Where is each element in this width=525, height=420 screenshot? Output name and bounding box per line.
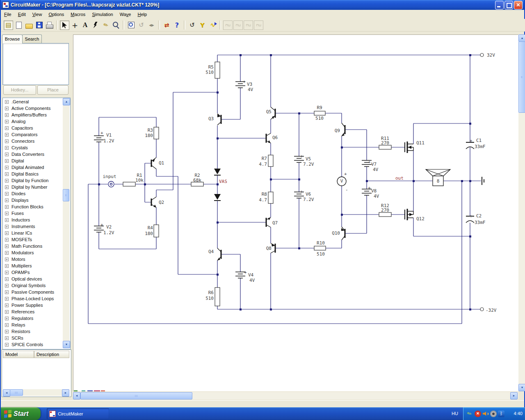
tree-item-power-supplies[interactable]: +Power Supplies bbox=[3, 302, 70, 309]
tree-item--general[interactable]: +.General bbox=[3, 99, 70, 105]
expand-icon[interactable]: + bbox=[5, 225, 9, 228]
volume-icon[interactable] bbox=[482, 411, 489, 417]
tree-item-regulators[interactable]: +Regulators bbox=[3, 315, 70, 322]
schematic-workspace[interactable]: inputR110kR268kVASout+V11.2V+V21.2VR3180… bbox=[73, 34, 518, 391]
tree-item-original-symbols[interactable]: +Original Symbols bbox=[3, 283, 70, 289]
scope-c-icon[interactable] bbox=[244, 21, 253, 30]
scroll-right-icon[interactable]: ► bbox=[510, 392, 518, 399]
rotate-icon[interactable] bbox=[137, 21, 146, 30]
expand-icon[interactable]: + bbox=[5, 192, 9, 196]
print-icon[interactable] bbox=[45, 21, 54, 30]
save-icon[interactable] bbox=[34, 21, 44, 30]
start-button[interactable]: Start bbox=[1, 407, 41, 420]
expand-icon[interactable]: + bbox=[5, 146, 9, 150]
expand-icon[interactable]: + bbox=[5, 139, 9, 143]
speaker-symbol[interactable] bbox=[426, 169, 450, 186]
scroll-up-icon[interactable]: ▲ bbox=[518, 34, 525, 42]
model-scroll-left-icon[interactable]: ◄ bbox=[3, 389, 10, 397]
tree-item-capacitors[interactable]: +Capacitors bbox=[3, 125, 70, 132]
security-alert-icon[interactable]: ✕ bbox=[475, 411, 481, 417]
tree-item-connectors[interactable]: +Connectors bbox=[3, 138, 70, 145]
tree-item-phase-locked-loops[interactable]: +Phase-Locked Loops bbox=[3, 296, 70, 302]
tree-item-data-converters[interactable]: +Data Converters bbox=[3, 151, 70, 158]
tree-item-instruments[interactable]: +Instruments bbox=[3, 224, 70, 230]
tree-item-analog[interactable]: +Analog bbox=[3, 119, 70, 125]
tab-search[interactable]: Search bbox=[22, 34, 42, 43]
text-tool-icon[interactable] bbox=[80, 21, 90, 30]
close-button[interactable]: ✕ bbox=[514, 1, 523, 9]
tree-item-resistors[interactable]: +Resistors bbox=[3, 329, 70, 335]
horizontal-scrollbar[interactable]: ◄ ||| ► bbox=[73, 392, 518, 399]
tree-item-digital-basics[interactable]: +Digital Basics bbox=[3, 171, 70, 178]
expand-icon[interactable]: + bbox=[5, 336, 9, 340]
model-column-header[interactable]: Model bbox=[3, 351, 34, 358]
menu-macros[interactable]: Macros bbox=[67, 11, 89, 18]
expand-icon[interactable]: + bbox=[5, 199, 9, 202]
expand-icon[interactable]: + bbox=[5, 271, 9, 274]
model-scrollbar[interactable]: ◄ ||| ► bbox=[3, 389, 69, 396]
expand-icon[interactable]: + bbox=[5, 133, 9, 137]
tree-item-mosfets[interactable]: +MOSFETs bbox=[3, 237, 70, 243]
tree-item-diodes[interactable]: +Diodes bbox=[3, 191, 70, 197]
model-scroll-right-icon[interactable]: ► bbox=[62, 389, 69, 397]
menu-view[interactable]: View bbox=[29, 11, 46, 18]
menu-options[interactable]: Options bbox=[45, 11, 67, 18]
expand-icon[interactable]: + bbox=[5, 244, 9, 248]
tree-scroll-down-icon[interactable]: ▼ bbox=[63, 341, 70, 348]
cursor-tool-icon[interactable] bbox=[60, 21, 69, 30]
expand-icon[interactable]: + bbox=[5, 317, 9, 320]
expand-icon[interactable]: + bbox=[5, 330, 9, 333]
webcam-icon[interactable] bbox=[490, 411, 497, 417]
expand-icon[interactable]: + bbox=[5, 297, 9, 301]
expand-icon[interactable]: + bbox=[5, 258, 9, 261]
expand-icon[interactable]: + bbox=[5, 251, 9, 255]
minimize-button[interactable] bbox=[495, 1, 504, 9]
schematic-drawing[interactable] bbox=[73, 35, 519, 392]
expand-icon[interactable]: + bbox=[5, 218, 9, 222]
hotkey-button[interactable]: Hotkey... bbox=[3, 85, 36, 95]
scope-b-icon[interactable] bbox=[233, 21, 243, 30]
expand-icon[interactable]: + bbox=[5, 277, 9, 281]
tree-scrollbar-thumb[interactable]: ≡ bbox=[63, 189, 69, 201]
waveform-probe-icon[interactable] bbox=[208, 21, 217, 30]
delete-tool-icon[interactable] bbox=[91, 21, 100, 30]
expand-icon[interactable]: + bbox=[5, 120, 9, 123]
tree-item-scrs[interactable]: +SCRs bbox=[3, 335, 70, 342]
expand-icon[interactable]: + bbox=[5, 126, 9, 130]
zoom-window-icon[interactable] bbox=[126, 21, 136, 30]
menu-file[interactable]: File bbox=[1, 11, 15, 18]
ground-symbol[interactable] bbox=[482, 177, 484, 185]
tree-item-digital-animated[interactable]: +Digital Animated bbox=[3, 164, 70, 171]
simulation-setup-icon[interactable] bbox=[162, 21, 171, 30]
options-wrench-icon[interactable] bbox=[198, 21, 207, 30]
menu-simulation[interactable]: Simulation bbox=[89, 11, 116, 18]
transistor-symbols[interactable] bbox=[151, 107, 345, 260]
tree-item-optical-devices[interactable]: +Optical devices bbox=[3, 276, 70, 283]
scroll-left-icon[interactable]: ◄ bbox=[73, 392, 80, 399]
expand-icon[interactable]: + bbox=[5, 185, 9, 189]
horizontal-scrollbar-thumb[interactable]: ||| bbox=[80, 392, 192, 399]
tree-item-function-blocks[interactable]: +Function Blocks bbox=[3, 204, 70, 210]
tree-item-inductors[interactable]: +Inductors bbox=[3, 217, 70, 224]
expand-icon[interactable]: + bbox=[5, 264, 9, 268]
tree-item-digital-by-number[interactable]: +Digital by Number bbox=[3, 184, 70, 191]
expand-icon[interactable]: + bbox=[5, 290, 9, 294]
tree-item-displays[interactable]: +Displays bbox=[3, 197, 70, 204]
expand-icon[interactable]: + bbox=[5, 323, 9, 327]
tree-item-amplifiers-buffers[interactable]: +Amplifiers/Buffers bbox=[3, 112, 70, 119]
tree-item-fuses[interactable]: +Fuses bbox=[3, 210, 70, 217]
expand-icon[interactable]: + bbox=[5, 212, 9, 215]
probe-tool-icon[interactable] bbox=[101, 21, 110, 30]
tree-item-motors[interactable]: +Motors bbox=[3, 256, 70, 263]
menu-wave[interactable]: Wave bbox=[116, 11, 135, 18]
tree-item-modulators[interactable]: +Modulators bbox=[3, 250, 70, 256]
tree-item-spice-controls[interactable]: +SPICE Controls bbox=[3, 342, 70, 348]
tree-scrollbar[interactable]: ▲ ≡ ▼ bbox=[63, 98, 69, 348]
expand-icon[interactable]: + bbox=[5, 113, 9, 117]
vertical-scrollbar-thumb[interactable]: ≡ bbox=[518, 41, 525, 113]
vertical-scrollbar[interactable]: ▲ ≡ ▼ bbox=[518, 34, 525, 391]
zoom-tool-icon[interactable] bbox=[111, 21, 121, 30]
expand-icon[interactable]: + bbox=[5, 304, 9, 307]
component-category-tree[interactable]: +.General+Active Components+Amplifiers/B… bbox=[2, 98, 71, 349]
browse-panel-icon[interactable] bbox=[4, 21, 13, 30]
